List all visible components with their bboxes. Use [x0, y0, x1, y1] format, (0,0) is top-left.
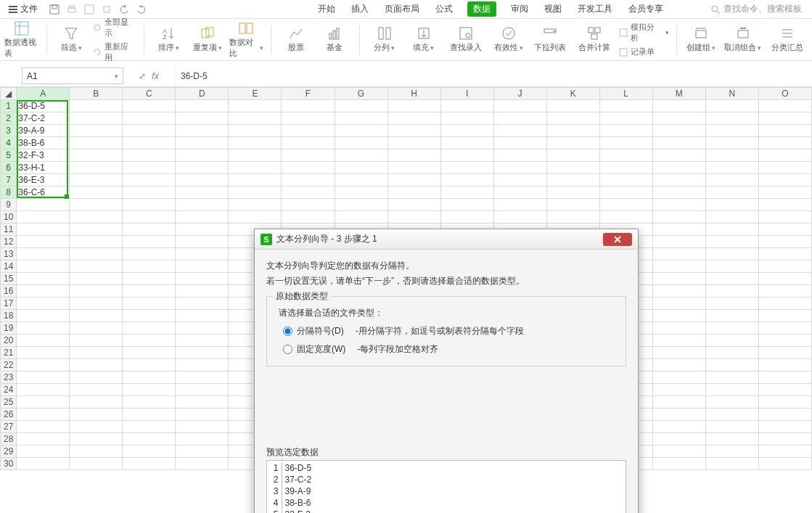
cell-M12[interactable] [652, 236, 705, 248]
row-header-5[interactable]: 5 [1, 149, 17, 162]
cell-N1[interactable] [705, 100, 758, 112]
compare-button[interactable]: 数据对比▾ [229, 21, 264, 59]
cell-I1[interactable] [440, 100, 493, 112]
cell-G1[interactable] [335, 100, 387, 112]
expand-icon[interactable]: ⤢ [139, 71, 146, 81]
cell-D21[interactable] [176, 347, 229, 359]
sort-button[interactable]: AZ 排序▾ [151, 21, 186, 59]
cell-I6[interactable] [440, 162, 493, 174]
cell-O4[interactable] [758, 137, 811, 149]
consolidate-button[interactable]: 合并计算 [575, 21, 615, 59]
cell-B20[interactable] [70, 335, 123, 347]
cell-C10[interactable] [123, 211, 176, 223]
cell-D13[interactable] [176, 248, 229, 260]
form-button[interactable]: 记录单 [619, 46, 668, 57]
file-menu[interactable]: 文件 [4, 3, 42, 15]
reapply-button[interactable]: 重新应用 [93, 41, 136, 63]
cell-F10[interactable] [282, 211, 335, 223]
cell-C18[interactable] [123, 310, 176, 322]
row-header-7[interactable]: 7 [1, 174, 17, 186]
cell-M8[interactable] [652, 186, 705, 199]
cell-B25[interactable] [70, 396, 123, 409]
cell-L2[interactable] [599, 112, 652, 125]
cell-C1[interactable] [123, 100, 176, 112]
row-header-23[interactable]: 23 [1, 372, 17, 384]
cell-H10[interactable] [387, 211, 440, 223]
cell-O16[interactable] [758, 285, 811, 297]
cell-O11[interactable] [758, 223, 811, 236]
filter-button[interactable]: 筛选▾ [54, 21, 89, 59]
cell-M19[interactable] [652, 322, 705, 335]
cell-B19[interactable] [70, 322, 123, 335]
cell-O17[interactable] [758, 297, 811, 310]
cell-C3[interactable] [123, 125, 176, 137]
cell-B14[interactable] [70, 260, 123, 273]
column-header-I[interactable]: I [440, 88, 493, 100]
validity-button[interactable]: 有效性▾ [491, 21, 526, 59]
cell-C8[interactable] [123, 186, 176, 199]
cell-A5[interactable]: 32-F-3 [17, 149, 70, 162]
cell-A24[interactable] [17, 384, 70, 396]
cell-C15[interactable] [123, 273, 176, 285]
cell-L7[interactable] [599, 174, 652, 186]
row-header-25[interactable]: 25 [1, 396, 17, 409]
cell-M17[interactable] [652, 297, 705, 310]
cell-H2[interactable] [387, 112, 440, 125]
radio-delimited[interactable] [283, 327, 292, 336]
column-header-F[interactable]: F [282, 88, 335, 100]
cell-K7[interactable] [546, 174, 599, 186]
cell-C4[interactable] [123, 137, 176, 149]
row-header-21[interactable]: 21 [1, 347, 17, 359]
cell-O2[interactable] [758, 112, 811, 125]
tab-review[interactable]: 审阅 [509, 1, 530, 17]
cell-J5[interactable] [493, 149, 546, 162]
cell-O27[interactable] [758, 421, 811, 433]
cell-I10[interactable] [440, 211, 493, 223]
cell-D22[interactable] [176, 359, 229, 372]
cell-A19[interactable] [17, 322, 70, 335]
cell-K9[interactable] [546, 199, 599, 211]
row-header-20[interactable]: 20 [1, 335, 17, 347]
column-header-O[interactable]: O [758, 88, 811, 100]
cell-D5[interactable] [176, 149, 229, 162]
cell-D27[interactable] [176, 421, 229, 433]
cell-N8[interactable] [705, 186, 758, 199]
column-header-K[interactable]: K [546, 88, 599, 100]
cell-O13[interactable] [758, 248, 811, 260]
cell-C13[interactable] [123, 248, 176, 260]
cell-M16[interactable] [652, 285, 705, 297]
fill-button[interactable]: 填充▾ [406, 21, 441, 59]
cell-M15[interactable] [652, 273, 705, 285]
cell-B4[interactable] [70, 137, 123, 149]
cell-N28[interactable] [705, 433, 758, 446]
cell-N26[interactable] [705, 409, 758, 421]
ungroup-button[interactable]: 取消组合▾ [723, 21, 763, 59]
row-header-13[interactable]: 13 [1, 248, 17, 260]
cell-C12[interactable] [123, 236, 176, 248]
column-header-L[interactable]: L [599, 88, 652, 100]
cell-K4[interactable] [546, 137, 599, 149]
cell-F9[interactable] [282, 199, 335, 211]
cell-J8[interactable] [493, 186, 546, 199]
cell-E6[interactable] [229, 162, 282, 174]
cell-N21[interactable] [705, 347, 758, 359]
row-header-11[interactable]: 11 [1, 223, 17, 236]
cell-B1[interactable] [70, 100, 123, 112]
copy-icon[interactable] [102, 4, 112, 15]
cell-A11[interactable] [17, 223, 70, 236]
formula-input[interactable]: 36-D-5 [174, 65, 812, 86]
cell-B8[interactable] [70, 186, 123, 199]
cell-M5[interactable] [652, 149, 705, 162]
cell-B9[interactable] [70, 199, 123, 211]
cell-D3[interactable] [176, 125, 229, 137]
cell-N20[interactable] [705, 335, 758, 347]
row-header-18[interactable]: 18 [1, 310, 17, 322]
cell-J7[interactable] [493, 174, 546, 186]
cell-D30[interactable] [176, 458, 229, 470]
cell-A25[interactable] [17, 396, 70, 409]
cell-D4[interactable] [176, 137, 229, 149]
cell-D28[interactable] [176, 433, 229, 446]
cell-N27[interactable] [705, 421, 758, 433]
cell-A3[interactable]: 39-A-9 [17, 125, 70, 137]
cell-K8[interactable] [546, 186, 599, 199]
